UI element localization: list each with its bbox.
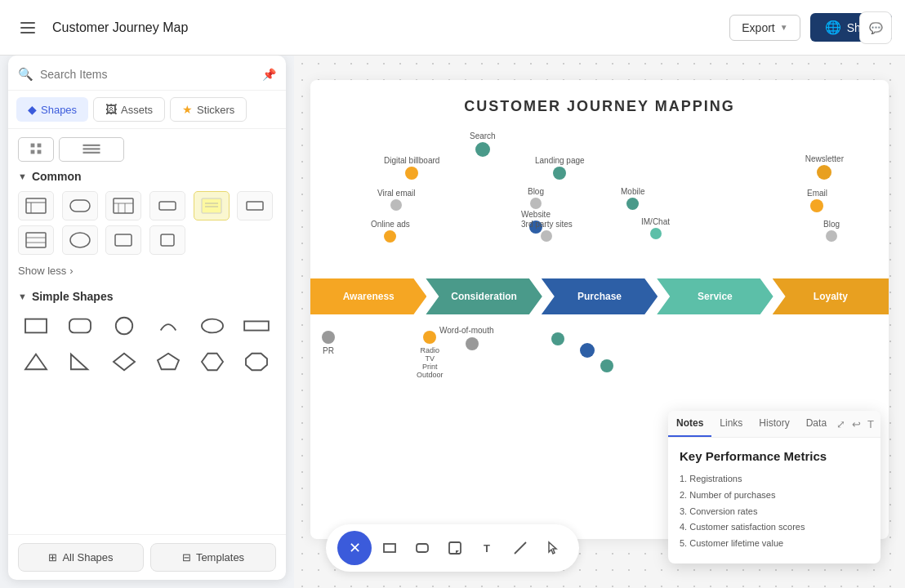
channel-dot: [826, 230, 837, 242]
bottom-toolbar: ✕ T: [326, 524, 579, 572]
popup-tab-links[interactable]: Links: [711, 411, 751, 437]
pointer-tool-button[interactable]: [538, 533, 568, 563]
pointer-icon: [546, 541, 560, 555]
shape-arc[interactable]: [150, 311, 186, 341]
shape-item[interactable]: [194, 191, 230, 220]
shape-item[interactable]: [62, 225, 98, 255]
touchpoint-label: PR: [322, 346, 335, 355]
shape-rounded-rect[interactable]: [62, 311, 98, 341]
shape-triangle[interactable]: [18, 347, 54, 376]
touchpoint-dot: [423, 331, 436, 344]
export-button[interactable]: Export ▼: [729, 15, 800, 41]
line-tool-button[interactable]: [506, 533, 535, 563]
shape-item[interactable]: [62, 191, 98, 220]
simple-shapes-section-header[interactable]: ▼ Simple Shapes: [18, 290, 276, 303]
tab-shapes[interactable]: ◆ Shapes: [16, 97, 88, 122]
touchpoint-dot: [466, 337, 479, 350]
rectangle-tool-button[interactable]: [375, 533, 404, 563]
common-section-header[interactable]: ▼ Common: [18, 170, 276, 183]
shape-item[interactable]: [149, 225, 185, 255]
grid-view-button[interactable]: [18, 137, 54, 162]
popup-metric-3: 3. Conversion rates: [680, 504, 869, 520]
channel-label: 3rd party sites: [521, 220, 573, 229]
shape-pentagon[interactable]: [150, 347, 186, 376]
channel-label: Email: [807, 189, 827, 198]
tab-stickers[interactable]: ★ Stickers: [170, 97, 247, 122]
shape-octagon[interactable]: [239, 347, 274, 376]
show-less-button[interactable]: Show less ›: [18, 261, 74, 283]
shape-circle[interactable]: [106, 311, 142, 341]
popup-metric-2: 2. Number of purchases: [680, 488, 869, 504]
svg-point-23: [70, 233, 90, 247]
touchpoint-dot: [600, 359, 613, 372]
svg-text:T: T: [484, 542, 490, 555]
popup-tab-history[interactable]: History: [751, 411, 797, 437]
stage-consideration: Consideration: [426, 278, 542, 314]
rounded-rect-tool-button[interactable]: [408, 533, 437, 563]
grid-icon: ⊞: [48, 551, 57, 564]
svg-marker-33: [114, 354, 135, 370]
shape-rectangle[interactable]: [18, 311, 54, 341]
text-tool-button[interactable]: T: [473, 533, 502, 563]
shape-diamond[interactable]: [106, 347, 142, 376]
all-shapes-button[interactable]: ⊞ All Shapes: [18, 543, 144, 572]
shape-hexagon[interactable]: [194, 347, 230, 376]
shape-item[interactable]: [18, 225, 54, 255]
popup-format-button[interactable]: T: [866, 416, 876, 432]
shape-item[interactable]: [105, 225, 141, 255]
panel-content: ▼ Common: [8, 129, 286, 534]
popup-panel: Notes Links History Data ⤢ ↩ T ⊡ Key Per…: [668, 411, 880, 564]
popup-undo-button[interactable]: ↩: [850, 416, 863, 432]
popup-expand-button[interactable]: ⤢: [835, 416, 847, 432]
channel-label: Newsletter: [805, 154, 844, 163]
shape-item[interactable]: [237, 191, 273, 220]
globe-icon: 🌐: [825, 20, 841, 35]
channel-label: Blog: [521, 187, 551, 196]
svg-marker-34: [158, 354, 179, 370]
shape-item[interactable]: [18, 191, 54, 220]
channel-label: Digital billboard: [384, 156, 439, 165]
tab-assets[interactable]: 🖼 Assets: [93, 97, 165, 122]
search-input[interactable]: [40, 68, 256, 81]
svg-rect-19: [247, 202, 263, 210]
list-view-button[interactable]: [59, 137, 124, 162]
shape-wide-rect[interactable]: [239, 311, 274, 341]
text-icon: T: [480, 541, 495, 555]
svg-rect-0: [31, 143, 35, 147]
popup-tab-data[interactable]: Data: [798, 411, 835, 437]
stage-purchase: Purchase: [542, 278, 658, 314]
menu-button[interactable]: [13, 13, 42, 42]
svg-rect-10: [70, 200, 90, 212]
channel-label-sub: Website: [521, 210, 551, 219]
svg-point-28: [116, 318, 132, 334]
assets-icon: 🖼: [105, 103, 117, 116]
pin-icon[interactable]: 📌: [262, 68, 276, 81]
close-tool-button[interactable]: ✕: [337, 531, 372, 565]
touchpoint-label: Word-of-mouth: [439, 326, 494, 335]
canvas-area[interactable]: CUSTOMER JOURNEY MAPPING Search Digital …: [294, 56, 905, 588]
templates-button[interactable]: ⊟ Templates: [150, 543, 276, 572]
stage-service: Service: [657, 278, 773, 314]
shape-right-triangle[interactable]: [62, 347, 98, 376]
popup-metric-4: 4. Customer satisfaction scores: [680, 519, 869, 536]
touchpoint-label: RadioTVPrintOutdoor: [417, 346, 444, 379]
touchpoint-dot: [551, 332, 564, 345]
popup-tab-notes[interactable]: Notes: [668, 411, 711, 437]
search-icon: 🔍: [18, 67, 33, 82]
comment-button[interactable]: 💬: [859, 11, 892, 44]
popup-more-button[interactable]: ⊡: [879, 416, 880, 432]
search-bar: 🔍 📌: [8, 56, 286, 91]
shape-item[interactable]: [149, 191, 185, 220]
line-icon: [513, 541, 528, 555]
star-icon: ★: [182, 103, 193, 116]
popup-tabs: Notes Links History Data ⤢ ↩ T ⊡: [668, 411, 880, 438]
svg-point-29: [202, 319, 223, 333]
shape-item[interactable]: [105, 191, 141, 220]
channel-dot: [810, 199, 823, 212]
channel-label: Landing page: [535, 156, 585, 165]
channel-dot: [390, 199, 402, 211]
channel-label: Mobile: [621, 187, 644, 196]
shape-ellipse[interactable]: [194, 311, 230, 341]
note-tool-button[interactable]: [440, 533, 470, 563]
rounded-rect-icon: [415, 541, 430, 555]
